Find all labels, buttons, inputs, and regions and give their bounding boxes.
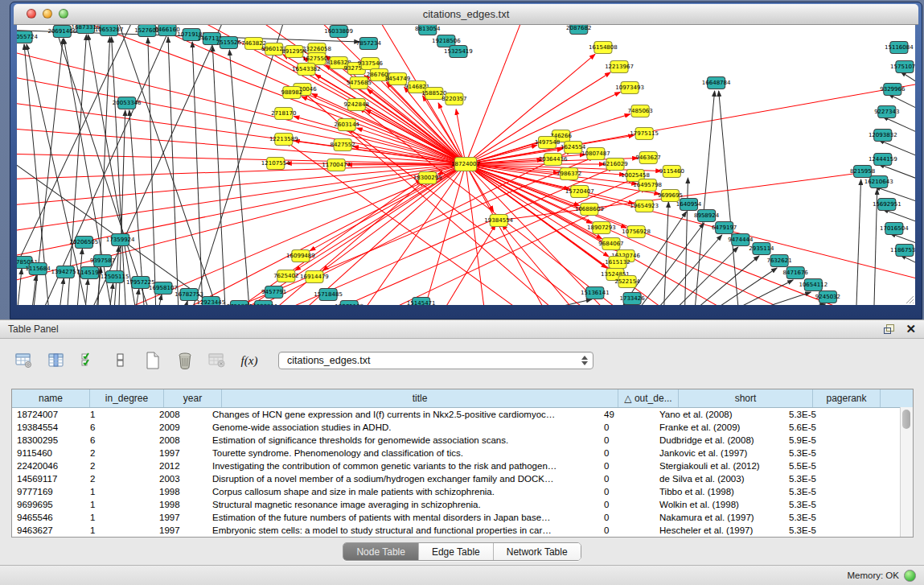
svg-text:18300295: 18300295 [413,174,442,181]
merge-cells-icon[interactable] [111,351,130,370]
network-canvas[interactable]: 2405572420691406168733181065328715276026… [17,25,915,305]
svg-text:10807487: 10807487 [581,150,610,157]
tab-edge-table[interactable]: Edge Table [419,543,494,560]
svg-text:9242848: 9242848 [344,101,369,108]
cell-name: 18300295 [12,434,85,447]
cell-short: Wolkin et al. (1998) [655,498,784,511]
function-builder-icon[interactable]: f(x) [240,351,259,370]
column-header-indegree[interactable]: in_degree [90,389,164,407]
network-window-titlebar[interactable]: citations_edges.txt [14,4,918,25]
resize-grip-icon[interactable] [903,293,914,304]
cell-indegree: 2 [85,459,154,472]
table-panel-title: Table Panel [8,323,884,335]
table-tabs: Node TableEdge TableNetwork Table [343,542,581,561]
memory-ok-icon[interactable] [904,570,916,582]
new-table-icon[interactable] [143,351,162,370]
window-title: citations_edges.txt [14,8,918,20]
table-row[interactable]: 1456911722003Disruption of a novel membe… [12,472,913,485]
cell-pagerank: 5.3E-5 [784,485,847,498]
svg-text:11867533: 11867533 [890,246,915,253]
svg-text:10025458: 10025458 [621,171,650,179]
cell-outde: 0 [599,447,655,459]
tab-node-table[interactable]: Node Table [343,543,419,560]
svg-text:15145471: 15145471 [407,299,436,305]
svg-text:16033809: 16033809 [324,27,353,35]
column-header-year[interactable]: year [164,389,222,407]
svg-text:10653287: 10653287 [95,26,124,33]
table-settings-icon[interactable] [14,351,34,370]
table-body: 1872400712008Changes of HCN gene express… [12,408,913,537]
table-row[interactable]: 1872400712008Changes of HCN gene express… [12,408,913,421]
svg-text:19275168: 19275168 [335,303,363,305]
cell-outde: 0 [599,459,655,472]
svg-text:7632621: 7632621 [766,257,791,264]
table-header-row: namein_degreeyeartitle△ out_de...shortpa… [12,389,913,408]
network-window: citations_edges.txt 24055724206914061687… [10,2,922,319]
svg-text:9329966: 9329966 [880,85,906,93]
cell-name: 9777169 [12,485,85,498]
column-header-pagerank[interactable]: pagerank [813,389,881,407]
table-selector-dropdown[interactable]: citations_edges.txt [278,352,593,369]
cell-indegree: 2 [85,472,154,485]
svg-text:12213589: 12213589 [269,135,298,142]
cell-name: 9699695 [12,498,85,511]
scrollbar-thumb[interactable] [902,410,910,429]
svg-text:18724007: 18724007 [451,160,480,167]
svg-text:12107554: 12107554 [261,159,290,167]
tab-network-table[interactable]: Network Table [494,543,581,560]
column-header-title[interactable]: title [222,389,618,407]
vertical-scrollbar[interactable] [900,407,913,537]
cell-short: Franke et al. (2009) [655,421,784,434]
svg-text:9227343: 9227343 [874,108,899,115]
cell-title: Estimation of significance thresholds fo… [207,434,599,447]
zoom-window-icon[interactable] [59,9,68,19]
cell-year: 1998 [154,485,207,498]
table-row[interactable]: 977716911998Corpus callosum shape and si… [12,485,913,498]
svg-text:17975115: 17975115 [630,130,659,137]
table-row[interactable]: 946554611997Estimation of the future num… [12,511,913,524]
column-header-short[interactable]: short [679,389,813,407]
float-window-icon[interactable] [884,324,894,334]
cell-short: Yano et al. (2008) [655,408,784,421]
svg-text:12213967: 12213967 [605,63,634,70]
svg-text:2718170: 2718170 [271,109,296,117]
svg-text:8471676: 8471676 [783,269,809,276]
table-row[interactable]: 969969511998Structural magnetic resonanc… [12,498,913,511]
svg-text:8958924: 8958924 [694,212,720,219]
cell-name: 22420046 [12,459,85,472]
svg-text:6466160: 6466160 [154,26,179,33]
cell-outde: 0 [599,434,655,447]
cell-pagerank: 5.3E-5 [784,447,847,459]
column-visibility-icon[interactable] [47,351,66,370]
svg-text:1115684: 1115684 [26,265,51,272]
cell-pagerank: 5.3E-5 [784,524,847,537]
close-window-icon[interactable] [27,9,36,19]
cell-short: Stergiakouli et al. (2012) [655,459,784,472]
svg-text:12444159: 12444159 [869,155,897,163]
svg-text:19384554: 19384554 [484,216,513,224]
row-selection-icon[interactable] [79,351,98,370]
table-row[interactable]: 1938455462009Genome-wide association stu… [12,421,913,434]
svg-text:2522154: 2522154 [614,278,640,285]
table-row[interactable]: 1830029562008Estimation of significance … [12,434,913,447]
table-row[interactable]: 2242004622012Investigating the contribut… [12,459,913,472]
cell-outde: 0 [599,511,655,524]
svg-text:7986372: 7986372 [556,170,581,177]
table-row[interactable]: 946362711997Embryonic stem cells: a mode… [12,524,913,537]
svg-text:988982: 988982 [281,89,302,96]
close-panel-icon[interactable]: ✕ [906,324,916,334]
column-header-outde[interactable]: △ out_de... [618,389,679,407]
svg-text:7857234: 7857234 [356,39,382,47]
svg-text:8813054: 8813054 [415,25,441,32]
table-row[interactable]: 911546021997Tourette syndrome. Phenomeno… [12,447,913,459]
minimize-window-icon[interactable] [43,9,52,19]
table-panel-header: Table Panel ✕ [0,319,924,339]
svg-text:9457791: 9457791 [261,288,286,295]
cell-year: 2012 [154,459,207,472]
cell-name: 9115460 [12,447,85,459]
svg-text:5475685: 5475685 [347,79,372,86]
cell-outde: 49 [599,408,655,421]
cell-indegree: 1 [85,498,154,511]
column-header-name[interactable]: name [12,389,90,407]
delete-attribute-icon[interactable] [175,351,195,370]
